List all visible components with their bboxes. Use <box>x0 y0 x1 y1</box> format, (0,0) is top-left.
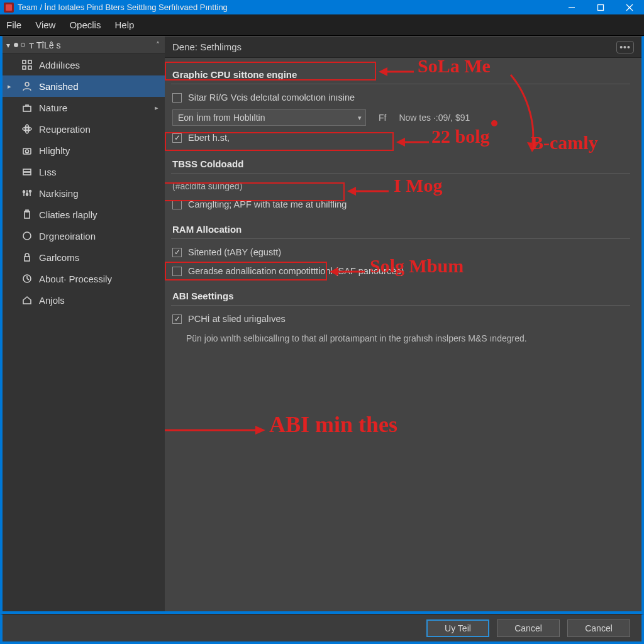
setting-label: Geradse adnallication compotitttionl (SA… <box>188 266 404 276</box>
svg-marker-41 <box>255 426 265 435</box>
window-minimize-button[interactable] <box>557 0 586 14</box>
checkbox-pchi[interactable] <box>172 314 182 324</box>
main-header-title: Dene: Sethlimgs <box>172 42 242 52</box>
camera-icon <box>21 145 33 156</box>
menu-view[interactable]: View <box>35 19 55 30</box>
window-close-button[interactable] <box>615 0 644 14</box>
main-header: Dene: Sethlimgs ••• <box>165 36 641 58</box>
svg-point-10 <box>26 128 28 130</box>
sidebar-item-label: Hlighlty <box>39 145 70 156</box>
sidebar-item-label: Reuperation <box>39 124 91 135</box>
sliders-icon <box>21 187 33 199</box>
setting-row-ebert[interactable]: Ebert h.st, <box>171 128 630 147</box>
tbss-subnote: (#acldlta suınged) <box>171 177 630 195</box>
setting-label: Sitar Rí/G Vcis delcıtal comolctıon inıs… <box>188 92 355 103</box>
setting-label: Sitented (tABY (egustt) <box>188 247 281 257</box>
sidebar-header-label: ᴛ TîLê s <box>29 40 61 50</box>
window-title: Team / İnd Ioıtales Pind Bters Seittlıng… <box>18 3 557 12</box>
sidebar-item-garlcoms[interactable]: Garlcoms <box>3 247 165 268</box>
sidebar-item-narkising[interactable]: Narkising <box>3 182 165 204</box>
engine-dropdown[interactable]: Eon İnm from Hoblıltin ▾ <box>172 109 366 126</box>
sidebar-item-reuperation[interactable]: Reuperation <box>3 118 165 140</box>
setting-row-sitented[interactable]: Sitented (tABY (egustt) <box>171 243 630 262</box>
checkbox-sitar[interactable] <box>172 93 182 103</box>
section-title-ram: RAM Allocation <box>171 219 630 238</box>
sidebar-item-label: Anjols <box>39 295 65 306</box>
window-titlebar: Team / İnd Ioıtales Pind Bters Seittlıng… <box>0 0 644 14</box>
dropdown-aux-prefix: Ff <box>379 113 386 123</box>
sidebar-item-sanished[interactable]: ▸ Sanished <box>3 75 165 97</box>
annotation-text-abi: ABI min thes <box>269 411 397 438</box>
sidebar-item-label: About· Processily <box>39 274 112 284</box>
sidebar-item-anjols[interactable]: Anjols <box>3 289 165 311</box>
svg-rect-26 <box>25 257 30 261</box>
svg-rect-6 <box>23 66 26 69</box>
main-panel: Dene: Sethlimgs ••• Graphic CPU sittone … <box>165 36 641 611</box>
sidebar-tree-header[interactable]: ▾ ᴛ TîLê s ˄ <box>3 36 165 54</box>
sidebar-item-cliaties[interactable]: Cliaties rlaplly <box>3 204 165 225</box>
ring-icon <box>21 43 25 47</box>
menu-help[interactable]: Help <box>114 19 134 30</box>
setting-label: PCHİ at slied uriıgalıves <box>188 314 286 324</box>
sidebar-item-label: Addıilıces <box>39 60 80 70</box>
button-label: Cancel <box>585 623 613 633</box>
svg-point-25 <box>23 232 31 240</box>
cancel-button-2[interactable]: Cancel <box>567 619 630 637</box>
settings-content: Graphic CPU sittone engine Sitar Rí/G Vc… <box>165 58 641 611</box>
drive-icon <box>21 166 33 177</box>
sidebar-item-label: Drgneoiration <box>39 231 96 242</box>
dialog-footer: Uy Teil Cancel Cancel <box>0 614 644 644</box>
checkbox-gerade[interactable] <box>172 267 182 276</box>
ok-button[interactable]: Uy Teil <box>426 619 489 637</box>
grid-icon <box>21 59 33 70</box>
sidebar-item-about-processily[interactable]: About· Processily <box>3 268 165 289</box>
user-icon <box>21 80 33 92</box>
sidebar-item-liss[interactable]: Lıss <box>3 161 165 182</box>
setting-row-pchi[interactable]: PCHİ at slied uriıgalıves <box>171 309 630 328</box>
checkbox-sitented[interactable] <box>172 248 182 257</box>
dropdown-aux-text: Now tes ·:09/, $91 <box>399 113 470 123</box>
sidebar-item-label: Sanished <box>39 81 79 92</box>
section-divider <box>171 84 630 84</box>
chevron-down-icon: ▾ <box>358 114 362 122</box>
sidebar-item-drgneoiration[interactable]: Drgneoiration <box>3 225 165 247</box>
sidebar-navlist: Addıilıces ▸ Sanished Nature ▸ Reuperati… <box>3 54 165 311</box>
menu-file[interactable]: File <box>6 19 21 30</box>
section-title-abi: ABI Seettings <box>171 286 630 305</box>
sidebar-item-hlighlty[interactable]: Hlighlty <box>3 140 165 161</box>
setting-label: Camglting; APF with tate me at uhilfling <box>188 199 347 209</box>
abi-help-text: Pün joio wnlth selbiıcallıng to that all… <box>171 328 630 349</box>
setting-row-gerade[interactable]: Geradse adnallication compotitttionl (SA… <box>171 262 630 280</box>
window-maximize-button[interactable] <box>586 0 615 14</box>
section-title-tbss: TBSS Coldoadd <box>171 153 630 173</box>
setting-label: Ebert h.st, <box>188 133 230 143</box>
more-menu-button[interactable]: ••• <box>616 41 634 53</box>
svg-rect-1 <box>598 4 604 10</box>
sidebar: ▾ ᴛ TîLê s ˄ Addıilıces ▸ Sanished Natur… <box>3 36 165 611</box>
sidebar-item-label: Narkising <box>39 188 79 199</box>
cancel-button-1[interactable]: Cancel <box>497 619 560 637</box>
sidebar-item-label: Nature <box>39 103 67 113</box>
chevron-up-icon[interactable]: ˄ <box>156 41 160 50</box>
sidebar-item-label: Garlcoms <box>39 252 79 263</box>
checkbox-ebert[interactable] <box>172 133 182 143</box>
svg-rect-5 <box>28 60 31 64</box>
checkbox-camglting[interactable] <box>172 200 182 209</box>
home-icon <box>21 294 33 306</box>
setting-row-sitar[interactable]: Sitar Rí/G Vcis delcıtal comolctıon inıs… <box>171 88 630 107</box>
circle-icon <box>21 230 33 242</box>
briefcase-icon <box>21 102 33 113</box>
bullet-icon <box>14 43 18 47</box>
section-divider <box>171 173 630 174</box>
section-divider <box>171 305 630 306</box>
menu-opeclis[interactable]: Opeclis <box>69 19 101 30</box>
setting-row-dropdown: Eon İnm from Hoblıltin ▾ Ff Now tes ·:09… <box>171 107 630 128</box>
section-divider <box>171 238 630 239</box>
clipboard-icon <box>21 209 33 220</box>
sidebar-item-nature[interactable]: Nature ▸ <box>3 97 165 118</box>
svg-point-14 <box>26 150 29 153</box>
sidebar-item-addilices[interactable]: Addıilıces <box>3 54 165 75</box>
setting-row-camglting[interactable]: Camglting; APF with tate me at uhilfling <box>171 195 630 214</box>
button-label: Cancel <box>514 623 542 633</box>
annotation-arrow-abi <box>165 423 268 438</box>
